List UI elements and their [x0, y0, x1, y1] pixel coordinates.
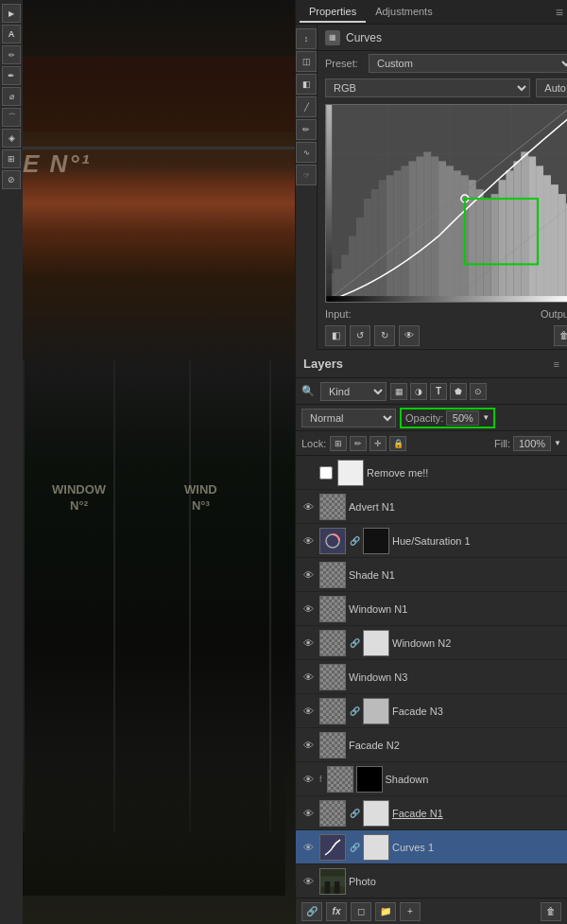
- svg-rect-33: [521, 152, 528, 302]
- panel-menu-icon[interactable]: ≡: [556, 5, 563, 20]
- visibility-btn[interactable]: 👁: [399, 325, 420, 346]
- layer-name: Advert N1: [349, 501, 563, 513]
- panel-tabs: Properties Adjustments ≡: [296, 0, 567, 25]
- eyedropper-tool[interactable]: ↕: [296, 28, 317, 49]
- new-layer-btn[interactable]: +: [400, 902, 421, 921]
- kind-shape-btn[interactable]: ⬟: [450, 383, 467, 400]
- layer-item[interactable]: 👁 Advert N1: [296, 490, 567, 524]
- curves-graph[interactable]: [325, 104, 567, 303]
- layer-item[interactable]: 👁 Windown N3: [296, 660, 567, 694]
- layer-visibility-toggle[interactable]: [300, 464, 317, 481]
- auto-button[interactable]: Auto: [536, 78, 567, 97]
- layer-mask-thumbnail: [363, 800, 389, 827]
- layer-visibility-toggle[interactable]: 👁: [300, 601, 317, 618]
- opacity-value[interactable]: 50%: [446, 410, 479, 426]
- layer-item[interactable]: 👁 f Shadown: [296, 762, 567, 796]
- kind-smart-btn[interactable]: ⊙: [470, 383, 487, 400]
- hand-tool[interactable]: ☞: [296, 165, 317, 185]
- fill-dropdown-arrow[interactable]: ▼: [554, 439, 561, 447]
- layers-header: Layers ≡: [296, 350, 567, 378]
- kind-adjust-btn[interactable]: ◑: [410, 383, 427, 400]
- svg-rect-15: [387, 175, 394, 302]
- tool-pen2[interactable]: ✒: [2, 66, 21, 85]
- smooth-tool[interactable]: ∿: [296, 142, 317, 163]
- tab-adjustments[interactable]: Adjustments: [366, 2, 442, 23]
- layer-visibility-toggle[interactable]: 👁: [300, 703, 317, 720]
- black-point-tool[interactable]: ◧: [296, 74, 317, 95]
- new-group-btn[interactable]: 📁: [375, 902, 396, 921]
- tab-properties[interactable]: Properties: [300, 2, 366, 23]
- pencil-tool[interactable]: ✏: [296, 119, 317, 140]
- tool-move[interactable]: ▶: [2, 4, 21, 23]
- tool-lasso[interactable]: ⌀: [2, 87, 21, 106]
- channel-select[interactable]: RGB: [325, 78, 530, 97]
- lock-transparent-btn[interactable]: ⊞: [330, 436, 347, 451]
- layer-name: Windown N2: [392, 637, 563, 649]
- refresh-btn[interactable]: ↺: [350, 325, 370, 346]
- layer-item[interactable]: 👁 Windown N1: [296, 592, 567, 626]
- layer-name: Photo: [349, 876, 563, 887]
- lock-icons: ⊞ ✏ ✛ 🔒: [330, 436, 406, 451]
- reset-btn[interactable]: ↻: [374, 325, 395, 346]
- layer-visibility-toggle[interactable]: 👁: [300, 873, 317, 890]
- tool-type[interactable]: A: [2, 25, 21, 44]
- link-layers-btn[interactable]: 🔗: [301, 902, 322, 921]
- layer-visibility-toggle[interactable]: 👁: [300, 532, 317, 549]
- curves-content: ↕ ◫ ◧ ╱ ✏ ∿ ☞ ▦ Curves Preset:: [296, 25, 567, 350]
- layer-visibility-toggle[interactable]: 👁: [300, 567, 317, 584]
- blend-mode-select[interactable]: Normal: [301, 409, 396, 427]
- preset-row: Preset: Custom: [318, 51, 567, 76]
- layer-item[interactable]: 👁 🔗 Facade N1: [296, 796, 567, 830]
- layer-item[interactable]: 👁 🔗 Hue/Saturation 1: [296, 524, 567, 558]
- layer-thumbnail: [319, 596, 346, 622]
- kind-select[interactable]: Kind: [320, 382, 387, 401]
- delete-layer-btn[interactable]: 🗑: [541, 902, 561, 921]
- kind-label: 🔍: [301, 385, 315, 397]
- layer-item[interactable]: 👁 🔗 Windown N2: [296, 626, 567, 660]
- layer-item[interactable]: 👁 🔗 Curves 1: [296, 830, 567, 864]
- svg-rect-21: [431, 156, 438, 302]
- add-mask-btn[interactable]: ◻: [351, 902, 371, 921]
- white-point-tool[interactable]: ◫: [296, 51, 317, 72]
- lock-all-btn[interactable]: 🔒: [389, 436, 406, 451]
- tool-stamp[interactable]: ⊞: [2, 149, 21, 168]
- layer-item[interactable]: 👁 Shade N1: [296, 558, 567, 592]
- tool-pen[interactable]: ✏: [2, 45, 21, 64]
- svg-rect-20: [423, 152, 431, 302]
- fill-group: Fill: 100% ▼: [494, 436, 561, 451]
- layer-checkbox[interactable]: [319, 466, 333, 479]
- layer-visibility-toggle[interactable]: 👁: [300, 498, 317, 515]
- layers-menu-icon[interactable]: ≡: [554, 358, 559, 370]
- left-toolbar[interactable]: ▶ A ✏ ✒ ⌀ ⌒ ◈ ⊞ ⊘: [0, 0, 23, 924]
- opacity-dropdown-arrow[interactable]: ▼: [482, 413, 490, 422]
- fill-value[interactable]: 100%: [513, 436, 551, 451]
- curve-point-tool[interactable]: ╱: [296, 96, 317, 117]
- clip-shadows-btn[interactable]: ◧: [325, 325, 346, 346]
- kind-pixel-btn[interactable]: ▦: [390, 383, 407, 400]
- tool-adjust[interactable]: ⊘: [2, 170, 21, 189]
- layer-visibility-toggle[interactable]: 👁: [300, 839, 317, 856]
- svg-rect-31: [506, 170, 513, 302]
- layer-item[interactable]: 👁 🔗 Facade N3: [296, 694, 567, 728]
- kind-type-btn[interactable]: T: [430, 383, 447, 400]
- layer-item[interactable]: 👁 Photo: [296, 864, 567, 898]
- layer-visibility-toggle[interactable]: 👁: [300, 771, 317, 788]
- preset-select[interactable]: Custom: [369, 54, 567, 73]
- layer-mask-thumbnail: [363, 630, 389, 656]
- layers-list[interactable]: Remove me!! 👁 Advert N1 👁 🔗 Hue/Saturati…: [296, 456, 567, 898]
- fx-btn[interactable]: fx: [326, 902, 347, 921]
- layer-thumbnail: [319, 868, 346, 895]
- tool-brush[interactable]: ⌒: [2, 108, 21, 127]
- tool-eraser[interactable]: ◈: [2, 129, 21, 148]
- lock-position-btn[interactable]: ✛: [369, 436, 387, 451]
- svg-rect-51: [320, 876, 345, 886]
- layer-item[interactable]: Remove me!!: [296, 456, 567, 490]
- layer-visibility-toggle[interactable]: 👁: [300, 805, 317, 822]
- layer-visibility-toggle[interactable]: 👁: [300, 737, 317, 754]
- delete-adjustment-btn[interactable]: 🗑: [554, 325, 567, 346]
- layer-item[interactable]: 👁 Facade N2: [296, 728, 567, 762]
- layer-visibility-toggle[interactable]: 👁: [300, 635, 317, 652]
- lock-pixels-btn[interactable]: ✏: [350, 436, 367, 451]
- curves-panel-icon: ▦: [325, 30, 340, 45]
- layer-visibility-toggle[interactable]: 👁: [300, 669, 317, 686]
